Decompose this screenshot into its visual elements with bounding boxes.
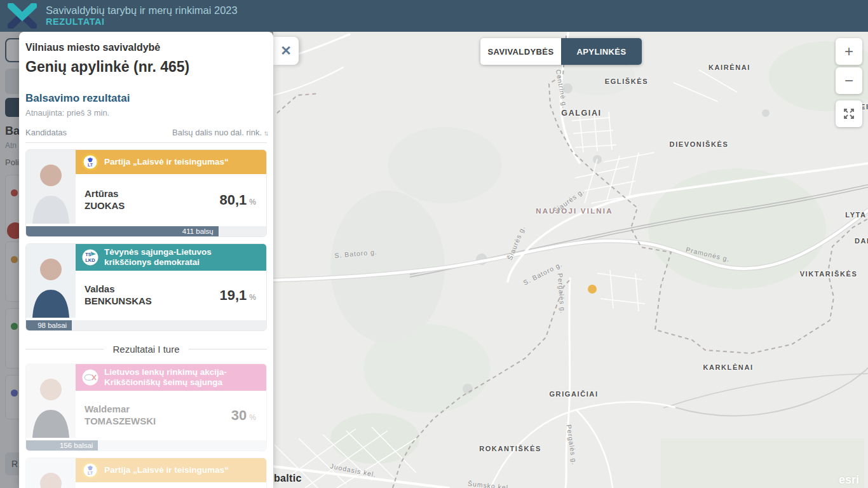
candidate-photo (26, 244, 76, 320)
elections-logo-icon (8, 3, 37, 29)
votes-bar: 98 balsai (26, 320, 266, 330)
svg-text:LT: LT (88, 471, 93, 475)
precinct-title: Genių apylinkė (nr. 465) (25, 58, 267, 76)
column-share-sort[interactable]: Balsų dalis nuo dal. rink. ↑↓ (172, 128, 267, 137)
votes-count: 98 balsai (37, 322, 67, 329)
candidate-name: WaldemarTOMASZEWSKI (85, 403, 156, 428)
map-street-label: Šiaurės g. (506, 224, 527, 261)
map-street-label: Pergalės g. (566, 424, 579, 465)
percent-sign: % (249, 198, 256, 207)
party-banner: LT Partija „Laisvė ir teisingumas“ (76, 458, 266, 482)
zoom-in-button[interactable]: + (836, 38, 862, 65)
party-name: Partija „Laisvė ir teisingumas“ (104, 465, 229, 475)
party-name: Lietuvos lenkų rinkimų akcija-Krikščioni… (104, 367, 260, 388)
section-title: Balsavimo rezultatai (25, 92, 267, 105)
tab-savivaldybes[interactable]: SAVIVALDYBĖS (480, 38, 561, 65)
close-icon: ✕ (280, 43, 292, 58)
candidate-body: Artūras 25% (76, 482, 266, 488)
candidate-card: TSLKD Tėvynės sąjunga-Lietuvos krikščion… (25, 243, 267, 331)
top-bar: Savivaldybių tarybų ir merų rinkimai 202… (0, 0, 868, 32)
map-street-label: Pergalės g. (557, 273, 567, 315)
votes-bar: 156 balsai (26, 440, 266, 451)
candidate-body: ArtūrasZUOKAS 80,1% (76, 174, 266, 226)
tab-apylinkes[interactable]: APYLINKĖS (561, 38, 642, 65)
candidate-photo (26, 364, 76, 440)
map-place-label: DIEVONIŠKĖS (670, 140, 729, 148)
municipality-title: Vilniaus miesto savivaldybė (25, 42, 267, 53)
party-logo-llra-icon (82, 369, 98, 386)
candidate-card: Lietuvos lenkų rinkimų akcija-Krikščioni… (25, 363, 267, 451)
party-logo-lt-icon: LT (82, 154, 98, 170)
svg-text:LKD: LKD (85, 257, 95, 263)
party-banner: Lietuvos lenkų rinkimų akcija-Krikščioni… (76, 364, 266, 391)
map-place-label: ROKANTIŠKĖS (479, 445, 541, 452)
candidate-photo (26, 458, 76, 488)
close-panel-button[interactable]: ✕ (273, 37, 299, 65)
map-place-label: KAIRĖNAI (709, 64, 750, 71)
map-street-label: S. Batoro g. (334, 248, 377, 259)
votes-bar-fill: 411 balsų (26, 226, 219, 236)
column-share-label: Balsų dalis nuo dal. rink. (172, 128, 262, 137)
sort-icon: ↑↓ (264, 129, 267, 137)
site-subtitle: REZULTATAI (46, 17, 238, 27)
zoom-out-button[interactable]: − (836, 67, 862, 94)
map-place-label: GRIGAIČIAI (549, 390, 598, 398)
map-street-label: Šumsko kel. (467, 479, 511, 488)
results-panel: Vilniaus miesto savivaldybė Genių apylin… (19, 32, 273, 488)
percent-sign: % (249, 413, 256, 422)
map-street-label: Juodasis kel. (330, 462, 377, 478)
votes-count: 411 balsų (182, 227, 214, 235)
map-place-label: GALGIAI (561, 109, 601, 118)
map-controls: + − (836, 38, 862, 127)
candidate-name: ValdasBENKUNSKAS (85, 283, 152, 308)
expand-icon (843, 107, 855, 120)
candidate-card: LT Partija „Laisvė ir teisingumas“ Artūr… (25, 458, 267, 488)
party-name: Tėvynės sąjunga-Lietuvos krikščionys dem… (104, 247, 260, 268)
party-logo-tslkd-icon: TSLKD (82, 249, 98, 266)
party-banner: TSLKD Tėvynės sąjunga-Lietuvos krikščion… (76, 244, 266, 271)
baltic-logo: baltic (269, 473, 302, 484)
candidate-name: ArtūrasZUOKAS (85, 188, 125, 212)
map-place-label: VIKTARIŠKĖS (800, 270, 858, 278)
candidate-body: ValdasBENKUNSKAS 19,1% (76, 271, 266, 320)
map-place-label: EGLIŠKĖS (605, 78, 648, 85)
candidate-card: LT Partija „Laisvė ir teisingumas“ Artūr… (25, 149, 267, 237)
round1-divider: Rezultatai I ture (25, 344, 267, 355)
map-street-label: Pramonės g. (685, 245, 730, 263)
map-street-label: Centrinė g. (555, 69, 569, 109)
map-view-tabs: SAVIVALDYBĖS APYLINKĖS (480, 38, 642, 65)
party-name: Partija „Laisvė ir teisingumas“ (104, 157, 229, 167)
votes-bar: 411 balsų (26, 226, 266, 236)
candidate-photo (26, 150, 76, 226)
column-candidate: Kandidatas (25, 128, 67, 137)
svg-text:LT: LT (88, 163, 93, 167)
map-place-label: KARKLĖNAI (703, 363, 753, 371)
map-place-label: DARŽ (855, 237, 868, 245)
fullscreen-button[interactable] (836, 100, 862, 127)
votes-bar-fill: 98 balsai (26, 320, 72, 330)
map-place-label: LYTA (845, 211, 866, 219)
site-title-block: Savivaldybių tarybų ir merų rinkimai 202… (46, 4, 238, 27)
percent-value: 19,1 (220, 287, 247, 304)
percent-value: 80,1 (220, 192, 247, 208)
svg-text:TS: TS (85, 252, 92, 257)
votes-bar-fill: 156 balsai (26, 440, 98, 451)
map-place-label: NAUJOJI VILNIA (536, 207, 613, 215)
votes-count: 156 balsai (60, 442, 93, 449)
party-banner: LT Partija „Laisvė ir teisingumas“ (76, 150, 266, 174)
candidate-body: WaldemarTOMASZEWSKI 30% (76, 391, 266, 440)
percent-sign: % (249, 293, 256, 302)
site-title: Savivaldybių tarybų ir merų rinkimai 202… (46, 4, 238, 17)
esri-attribution: esri (839, 473, 859, 487)
party-logo-lt-icon: LT (82, 462, 98, 478)
updated-text: Atnaujinta: prieš 3 min. (25, 108, 267, 118)
percent-value: 30 (231, 407, 247, 424)
table-header: Kandidatas Balsų dalis nuo dal. rink. ↑↓ (25, 128, 267, 143)
